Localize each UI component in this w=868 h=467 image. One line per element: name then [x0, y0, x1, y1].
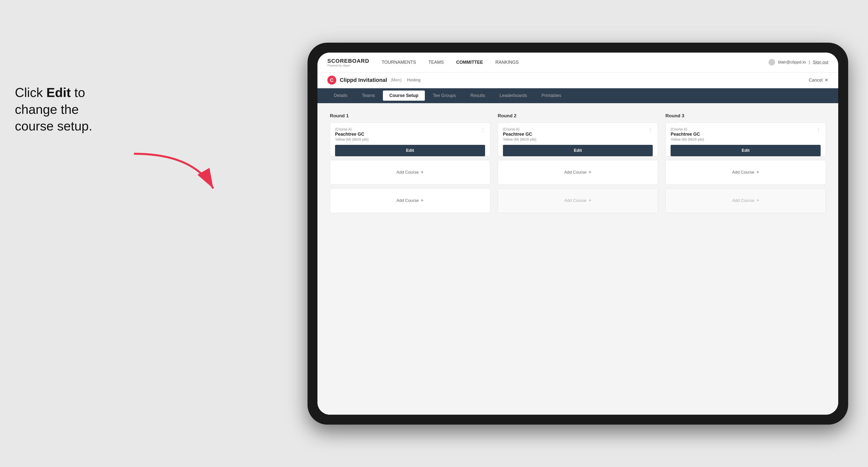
- hosting-badge: Hosting: [407, 78, 421, 82]
- cancel-icon: ✕: [825, 77, 828, 83]
- round-2-column: Round 2 (Course A) Peachtree GC Yellow (…: [498, 113, 658, 217]
- round-2-edit-button[interactable]: Edit: [503, 145, 653, 156]
- round-2-card-inner: (Course A) Peachtree GC Yellow (M) (6629…: [503, 127, 653, 142]
- sign-out-link[interactable]: Sign out: [813, 60, 828, 65]
- round-3-course-info: (Course A) Peachtree GC Yellow (M) (6629…: [671, 127, 704, 142]
- round-1-course-card: (Course A) Peachtree GC Yellow (M) (6629…: [330, 123, 490, 156]
- round-1-card-menu-icon[interactable]: ⋮: [480, 127, 485, 133]
- nav-left: SCOREBOARD Powered by clippd TOURNAMENTS…: [328, 58, 519, 67]
- round-2-course-info: (Course A) Peachtree GC Yellow (M) (6629…: [503, 127, 536, 142]
- round-1-edit-button[interactable]: Edit: [335, 145, 485, 156]
- tournament-info: C Clippd Invitational (Men) Hosting: [328, 75, 421, 85]
- round-3-course-card: (Course A) Peachtree GC Yellow (M) (6629…: [665, 123, 826, 156]
- round-1-add-course-2[interactable]: Add Course +: [330, 188, 490, 213]
- clippd-logo-icon: C: [328, 75, 336, 85]
- top-nav: SCOREBOARD Powered by clippd TOURNAMENTS…: [317, 53, 838, 72]
- round-1-course-label: (Course A): [335, 127, 369, 131]
- round-3-column: Round 3 (Course A) Peachtree GC Yellow (…: [665, 113, 826, 217]
- round-1-add-course-1-text: Add Course +: [397, 169, 424, 175]
- round-3-edit-button[interactable]: Edit: [671, 145, 820, 156]
- round-3-add-course-1-plus-icon: +: [756, 169, 760, 175]
- round-3-add-course-2-plus-icon: +: [756, 198, 760, 204]
- round-3-course-label: (Course A): [671, 127, 704, 131]
- logo-text: SCOREBOARD: [328, 58, 369, 64]
- round-2-course-details: Yellow (M) (6629 yds): [503, 137, 536, 142]
- round-2-title: Round 2: [498, 113, 658, 119]
- round-1-title: Round 1: [330, 113, 490, 119]
- tab-course-setup[interactable]: Course Setup: [383, 91, 425, 101]
- sub-header: C Clippd Invitational (Men) Hosting Canc…: [317, 72, 838, 88]
- round-2-add-course-2-text: Add Course +: [564, 198, 591, 204]
- arrow-indicator: [119, 149, 223, 204]
- user-avatar: [769, 59, 775, 65]
- round-3-course-details: Yellow (M) (6629 yds): [671, 137, 704, 142]
- round-2-course-name: Peachtree GC: [503, 132, 536, 137]
- round-1-add-course-1[interactable]: Add Course +: [330, 160, 490, 185]
- nav-committee[interactable]: COMMITTEE: [456, 60, 483, 65]
- tablet-device: SCOREBOARD Powered by clippd TOURNAMENTS…: [308, 43, 848, 425]
- tab-results[interactable]: Results: [464, 91, 492, 101]
- round-3-card-inner: (Course A) Peachtree GC Yellow (M) (6629…: [671, 127, 820, 142]
- round-3-add-course-1[interactable]: Add Course +: [665, 160, 826, 185]
- round-2-add-course-2-plus-icon: +: [589, 198, 591, 204]
- tab-tee-groups[interactable]: Tee Groups: [426, 91, 462, 101]
- round-2-course-label: (Course A): [503, 127, 536, 131]
- round-1-add-course-1-plus-icon: +: [421, 169, 424, 175]
- tab-printables[interactable]: Printables: [535, 91, 568, 101]
- logo-area: SCOREBOARD Powered by clippd: [328, 58, 369, 67]
- round-3-title: Round 3: [665, 113, 826, 119]
- cancel-label: Cancel: [809, 77, 823, 83]
- rounds-grid: Round 1 (Course A) Peachtree GC Yellow (…: [330, 113, 826, 217]
- round-3-course-name: Peachtree GC: [671, 132, 704, 137]
- round-1-course-details: Yellow (M) (6629 yds): [335, 137, 369, 142]
- round-2-card-menu-icon[interactable]: ⋮: [648, 127, 653, 133]
- tab-teams[interactable]: Teams: [355, 91, 381, 101]
- round-2-course-card: (Course A) Peachtree GC Yellow (M) (6629…: [498, 123, 658, 156]
- nav-links: TOURNAMENTS TEAMS COMMITTEE RANKINGS: [382, 60, 519, 65]
- nav-separator: |: [809, 60, 810, 65]
- round-3-add-course-2: Add Course +: [665, 188, 826, 213]
- logo-sub: Powered by clippd: [328, 64, 369, 67]
- cancel-button[interactable]: Cancel ✕: [809, 77, 828, 83]
- round-2-add-course-1-text: Add Course +: [564, 169, 591, 175]
- round-1-card-inner: (Course A) Peachtree GC Yellow (M) (6629…: [335, 127, 485, 142]
- round-2-add-course-2: Add Course +: [498, 188, 658, 213]
- round-2-add-course-1[interactable]: Add Course +: [498, 160, 658, 185]
- user-email: blair@clippd.io: [778, 60, 806, 65]
- round-3-add-course-2-text: Add Course +: [732, 198, 759, 204]
- tab-bar: Details Teams Course Setup Tee Groups Re…: [317, 88, 838, 103]
- nav-rankings[interactable]: RANKINGS: [496, 60, 519, 65]
- tournament-name: Clippd Invitational: [340, 77, 387, 83]
- content-area: Round 1 (Course A) Peachtree GC Yellow (…: [317, 103, 838, 415]
- round-1-add-course-2-text: Add Course +: [397, 198, 424, 204]
- round-3-add-course-1-text: Add Course +: [732, 169, 759, 175]
- nav-tournaments[interactable]: TOURNAMENTS: [382, 60, 416, 65]
- user-area: blair@clippd.io | Sign out: [769, 59, 828, 65]
- tab-leaderboards[interactable]: Leaderboards: [493, 91, 533, 101]
- tab-details[interactable]: Details: [328, 91, 354, 101]
- round-1-column: Round 1 (Course A) Peachtree GC Yellow (…: [330, 113, 490, 217]
- round-1-course-name: Peachtree GC: [335, 132, 369, 137]
- round-2-add-course-1-plus-icon: +: [589, 169, 591, 175]
- tournament-gender: (Men): [391, 77, 402, 83]
- round-1-add-course-2-plus-icon: +: [421, 198, 424, 204]
- round-3-card-menu-icon[interactable]: ⋮: [816, 127, 820, 133]
- nav-teams[interactable]: TEAMS: [429, 60, 444, 65]
- tablet-screen: SCOREBOARD Powered by clippd TOURNAMENTS…: [317, 53, 838, 415]
- annotation-text: Click Edit tochange thecourse setup.: [15, 84, 92, 135]
- round-1-course-info: (Course A) Peachtree GC Yellow (M) (6629…: [335, 127, 369, 142]
